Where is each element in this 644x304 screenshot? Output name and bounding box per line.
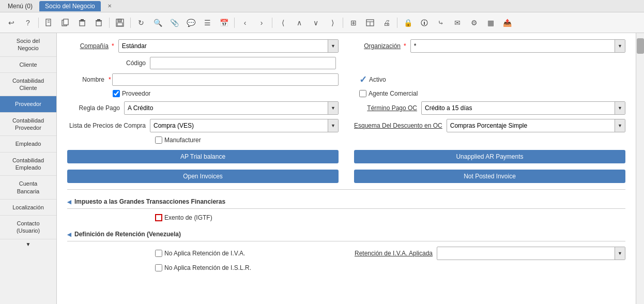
svg-rect-12 [118, 19, 121, 22]
sidebar-item-cuenta-bancaria[interactable]: Cuenta Bancaria [0, 176, 56, 200]
print-btn[interactable]: 🖨 [379, 16, 394, 30]
lista-precios-arrow[interactable]: ▼ [328, 119, 338, 132]
no-aplica-islr-checkbox[interactable] [155, 264, 162, 271]
no-aplica-iva-checkbox[interactable] [155, 250, 162, 257]
list-btn[interactable]: ☰ [200, 16, 214, 30]
manufacturer-label: Manufacturer [164, 136, 201, 144]
agente-comercial-checkbox[interactable] [359, 90, 366, 97]
compania-required-marker: * [112, 42, 114, 50]
scrollbar-thumb[interactable] [637, 38, 644, 54]
nombre-input[interactable]: Estándar [112, 73, 339, 86]
lock-btn[interactable]: 🔒 [401, 16, 415, 30]
regla-pago-select[interactable]: A Crédito [125, 102, 328, 114]
sidebar-item-contabilidad-proveedor[interactable]: Contabilidad Proveedor [0, 113, 56, 136]
undo-btn[interactable]: ↩ [4, 16, 19, 30]
copy-btn[interactable] [58, 16, 73, 30]
proveedor-checkbox-field: Proveedor [67, 90, 339, 97]
sidebar-item-socio[interactable]: Socio del Negocio [0, 33, 56, 57]
agente-comercial-field: Agente Comercial [354, 90, 625, 97]
termino-pago-select[interactable]: Crédito a 15 días [422, 102, 615, 114]
no-aplica-iva-label: No Aplica Retención de I.V.A. [164, 250, 245, 257]
grid-btn[interactable]: ⊞ [346, 16, 361, 30]
menu-tab-socio[interactable]: Socio del Negocio [39, 1, 101, 11]
esquema-descuento-select[interactable]: Compras Porcentaje Simple [447, 119, 615, 132]
menu-tab-menu[interactable]: Menú (0) [2, 1, 38, 11]
ap-trial-btn[interactable]: AP Trial balance [67, 150, 339, 163]
down-btn[interactable]: ∨ [309, 16, 323, 30]
sidebar-item-contabilidad-cliente[interactable]: Contabilidad Cliente [0, 73, 56, 97]
qr-btn[interactable]: ▦ [483, 16, 498, 30]
search-btn[interactable]: 🔍 [150, 16, 165, 30]
export-btn[interactable]: 📤 [500, 16, 514, 30]
chat-btn[interactable]: 💬 [183, 16, 198, 30]
sidebar-item-localizacion[interactable]: Localización [0, 200, 56, 216]
refresh-btn[interactable]: ↻ [134, 16, 148, 30]
sidebar-item-contacto[interactable]: Contacto (Usuario) [0, 216, 56, 239]
exento-igtf-checkbox[interactable] [155, 214, 162, 221]
calendar-btn[interactable]: 📅 [217, 16, 231, 30]
exento-igtf-row: Exento de (IGTF) [67, 214, 625, 221]
retencion-section: ◀ Definición de Retención (Venezuela) No… [67, 227, 625, 271]
organizacion-dropdown-arrow[interactable]: ▼ [615, 40, 625, 52]
sidebar-scroll-down[interactable]: ▼ [0, 239, 56, 249]
igtf-section-title: Impuesto a las Grandes Transacciones Fin… [74, 198, 225, 205]
sidebar-item-contabilidad-empleado[interactable]: Contabilidad Empleado [0, 153, 56, 176]
close-tab-btn[interactable]: ✕ [102, 2, 117, 10]
toolbar: ↩ ? ↻ 🔍 📎 💬 ☰ 📅 ‹ › ⟨ ∧ ∨ ⟩ ⊞ 🖨 🔒 ⤷ ✉ ⚙ … [0, 12, 644, 33]
esquema-descuento-arrow[interactable]: ▼ [615, 119, 625, 132]
branch-btn[interactable]: ⤷ [434, 16, 448, 30]
send-btn[interactable]: ✉ [450, 16, 465, 30]
save-btn[interactable] [113, 16, 127, 30]
next-btn[interactable]: › [254, 16, 269, 30]
esquema-descuento-field: Esquema Del Descuento en OC Compras Porc… [354, 119, 625, 132]
esquema-descuento-label[interactable]: Esquema Del Descuento en OC [354, 122, 447, 129]
manufacturer-checkbox[interactable] [155, 136, 162, 144]
first-btn[interactable]: ⟨ [275, 16, 290, 30]
compania-select[interactable]: Estándar [119, 40, 328, 52]
delete1-btn[interactable] [75, 16, 89, 30]
up-btn[interactable]: ∧ [292, 16, 306, 30]
lista-precios-select[interactable]: Compra (VES) [150, 119, 328, 132]
codigo-input[interactable]: 111111111 [150, 57, 336, 69]
svg-rect-9 [96, 20, 102, 21]
delete2-btn[interactable] [91, 16, 106, 30]
attach-btn[interactable]: 📎 [167, 16, 181, 30]
organizacion-select[interactable]: * [411, 40, 615, 52]
retencion-collapse-btn[interactable]: ◀ [67, 232, 71, 237]
settings-btn[interactable]: ⚙ [467, 16, 481, 30]
retencion-iva-arrow[interactable]: ▼ [615, 247, 625, 260]
sidebar-item-cliente[interactable]: Cliente [0, 57, 56, 73]
proveedor-checkbox[interactable] [113, 90, 120, 97]
nombre-field: Nombre * Estándar [67, 73, 339, 86]
no-aplica-islr-label: No Aplica Retención de I.S.L.R. [164, 264, 251, 271]
termino-pago-label[interactable]: Término Pago OC [354, 104, 421, 112]
not-posted-invoice-btn[interactable]: Not Posted Invoice [354, 170, 625, 183]
sidebar-item-empleado[interactable]: Empleado [0, 136, 56, 152]
unapplied-ar-btn[interactable]: Unapplied AR Payments [354, 150, 625, 163]
activo-field: ✓ Activo [354, 73, 625, 86]
igtf-collapse-btn[interactable]: ◀ [67, 199, 71, 205]
svg-rect-6 [79, 20, 85, 21]
info-btn[interactable] [417, 16, 432, 30]
prev-btn[interactable]: ‹ [238, 16, 252, 30]
form-btn[interactable] [363, 16, 377, 30]
svg-rect-13 [117, 23, 122, 26]
retencion-iva-label[interactable]: Retención de I.V.A. Aplicada [354, 250, 437, 257]
svg-rect-19 [424, 22, 425, 25]
svg-rect-8 [97, 19, 100, 20]
activo-checkmark: ✓ [359, 74, 367, 85]
regla-pago-arrow[interactable]: ▼ [328, 102, 338, 114]
retencion-iva-select[interactable] [437, 247, 615, 260]
organizacion-label: Organización [354, 42, 401, 50]
agente-comercial-label: Agente Comercial [369, 90, 418, 97]
help-btn[interactable]: ? [21, 16, 35, 30]
termino-pago-arrow[interactable]: ▼ [615, 102, 625, 114]
new-btn[interactable] [42, 16, 56, 30]
compania-dropdown-arrow[interactable]: ▼ [328, 40, 338, 52]
compania-select-wrapper: Estándar ▼ [118, 39, 339, 53]
open-invoices-btn[interactable]: Open Invoices [67, 170, 339, 183]
last-btn[interactable]: ⟩ [325, 16, 340, 30]
sidebar-item-proveedor[interactable]: Proveedor [0, 96, 56, 112]
menu-bar: Menú (0) Socio del Negocio ✕ [0, 0, 644, 12]
retencion-iva-row: No Aplica Retención de I.V.A. Retención … [67, 247, 625, 260]
